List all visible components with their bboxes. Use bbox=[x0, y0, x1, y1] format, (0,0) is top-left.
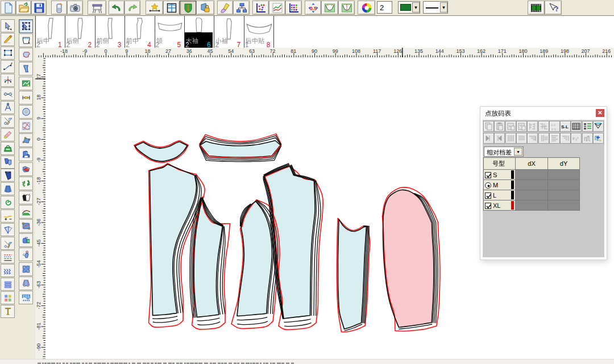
svg-text:-90: -90 bbox=[36, 344, 42, 351]
svg-text:0: 0 bbox=[104, 48, 107, 54]
svg-text:-54: -54 bbox=[36, 260, 42, 267]
svg-text:-27: -27 bbox=[36, 198, 42, 205]
svg-text:u: u bbox=[27, 240, 29, 242]
svg-text:-18: -18 bbox=[60, 48, 68, 54]
svg-text:-81: -81 bbox=[36, 323, 42, 330]
svg-text:162: 162 bbox=[477, 48, 486, 54]
svg-text:99: 99 bbox=[333, 48, 338, 54]
svg-text:198: 198 bbox=[561, 48, 569, 54]
svg-text:18: 18 bbox=[144, 48, 150, 54]
svg-text:144: 144 bbox=[435, 48, 444, 54]
svg-text:-9: -9 bbox=[82, 48, 87, 54]
svg-text:y-y: y-y bbox=[551, 127, 556, 131]
svg-text:27: 27 bbox=[165, 48, 171, 54]
svg-text:x-x: x-x bbox=[551, 123, 555, 127]
svg-text:36: 36 bbox=[186, 48, 192, 54]
svg-text:135: 135 bbox=[414, 48, 423, 54]
svg-text:x: x bbox=[577, 136, 579, 139]
svg-text:-72: -72 bbox=[36, 302, 42, 309]
svg-text:0: 0 bbox=[36, 137, 42, 140]
svg-text:0.5: 0.5 bbox=[310, 5, 317, 11]
svg-text:90: 90 bbox=[312, 48, 317, 54]
svg-text:81: 81 bbox=[291, 48, 296, 54]
svg-text:54: 54 bbox=[228, 48, 234, 54]
svg-text:S-L: S-L bbox=[561, 124, 569, 129]
svg-text:207: 207 bbox=[582, 48, 590, 54]
svg-text:108: 108 bbox=[352, 48, 360, 54]
svg-text:63: 63 bbox=[249, 48, 255, 54]
svg-text:153: 153 bbox=[456, 48, 464, 54]
svg-text:-18: -18 bbox=[36, 177, 42, 185]
svg-text:y: y bbox=[588, 135, 590, 138]
svg-text:126: 126 bbox=[393, 48, 402, 54]
svg-text:189: 189 bbox=[540, 48, 548, 54]
svg-text:117: 117 bbox=[373, 48, 381, 54]
svg-text:18: 18 bbox=[36, 95, 42, 101]
svg-text:F₀: F₀ bbox=[572, 136, 577, 141]
svg-text:45: 45 bbox=[207, 48, 213, 54]
svg-text:-36: -36 bbox=[36, 219, 42, 226]
svg-text:216: 216 bbox=[602, 48, 611, 54]
svg-text:?: ? bbox=[555, 5, 559, 13]
svg-text:9: 9 bbox=[125, 48, 128, 54]
svg-text:72: 72 bbox=[270, 48, 276, 54]
svg-text:9: 9 bbox=[36, 117, 42, 120]
svg-text:-9: -9 bbox=[36, 157, 42, 162]
svg-text:-63: -63 bbox=[36, 281, 42, 288]
svg-text:171: 171 bbox=[498, 48, 507, 54]
svg-text:180: 180 bbox=[518, 48, 527, 54]
svg-text:-45: -45 bbox=[36, 240, 42, 247]
